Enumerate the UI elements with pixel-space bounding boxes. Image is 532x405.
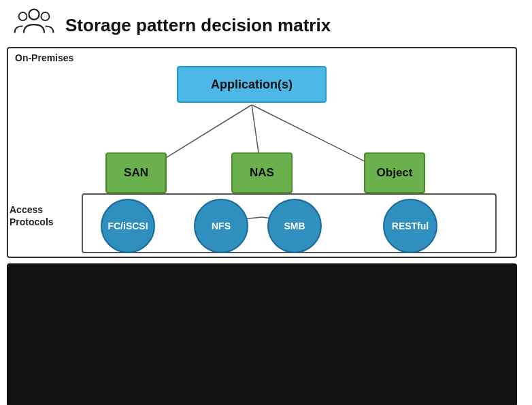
san-label: SAN — [124, 166, 148, 180]
object-label: Object — [377, 166, 413, 180]
fc-iscsi-circle: FC/iSCSI — [101, 199, 155, 253]
page-header: Storage pattern decision matrix — [0, 0, 532, 47]
access-protocols-label: AccessProtocols — [10, 204, 78, 228]
nfs-circle: NFS — [194, 199, 248, 253]
object-box: Object — [364, 152, 425, 193]
diagram-area: On-Premises Application(s) SAN NAS Objec… — [0, 47, 532, 405]
aws-section: aws Amazon Elastic B — [7, 263, 517, 405]
fc-iscsi-label: FC/iSCSI — [107, 221, 148, 231]
application-box: Application(s) — [177, 66, 327, 103]
san-box: SAN — [105, 152, 167, 193]
smb-label: SMB — [284, 221, 305, 231]
nas-box: NAS — [231, 152, 293, 193]
on-premises-label: On-Premises — [15, 52, 73, 63]
svg-point-2 — [41, 12, 50, 20]
application-label: Application(s) — [211, 78, 293, 92]
restful-label: RESTful — [392, 221, 429, 231]
svg-point-0 — [29, 10, 39, 20]
nas-label: NAS — [250, 166, 274, 180]
users-group-icon — [14, 7, 54, 44]
nfs-label: NFS — [212, 221, 231, 231]
page-title: Storage pattern decision matrix — [65, 15, 331, 36]
restful-circle: RESTful — [383, 199, 437, 253]
svg-point-1 — [19, 12, 27, 20]
smb-circle: SMB — [267, 199, 322, 253]
